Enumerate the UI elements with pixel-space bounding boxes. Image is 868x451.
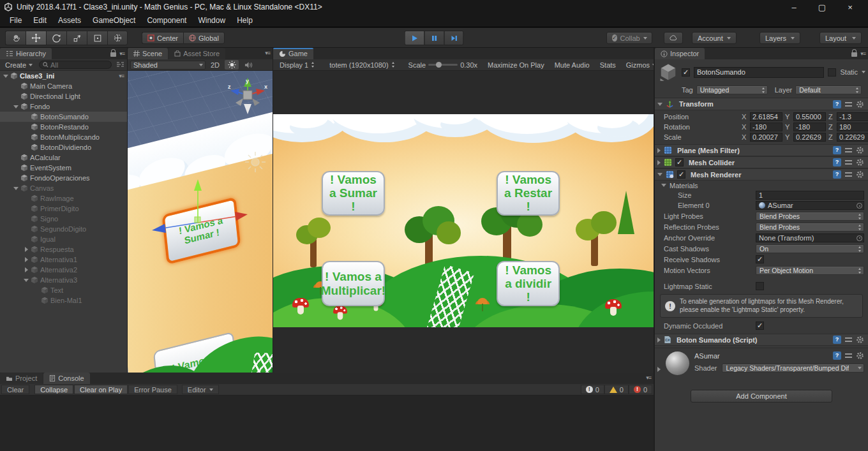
- gear-icon[interactable]: [856, 146, 864, 154]
- console-log-area[interactable]: [0, 396, 654, 451]
- hierarchy-item-primerdigito[interactable]: PrimerDigito: [0, 203, 127, 214]
- console-clear-on-play-button[interactable]: Clear on Play: [74, 385, 128, 394]
- hand-tool-button[interactable]: [5, 31, 26, 45]
- script-component-header[interactable]: C# Boton Sumando (Script) ?: [655, 334, 868, 346]
- resolution-dropdown[interactable]: totem (1920x1080): [326, 61, 399, 69]
- gameobject-name-field[interactable]: BotonSumando: [694, 67, 824, 78]
- lightmap-static-checkbox[interactable]: [756, 282, 764, 290]
- hierarchy-item-botonmultiplicando[interactable]: BotonMultiplicando: [0, 132, 127, 142]
- menu-assets[interactable]: Assets: [52, 16, 87, 25]
- foldout-icon[interactable]: [1, 75, 10, 78]
- help-icon[interactable]: ?: [833, 100, 841, 108]
- reflection-probes-dropdown[interactable]: Blend Probes: [756, 223, 864, 232]
- scene-audio-toggle[interactable]: [241, 60, 255, 70]
- display-dropdown[interactable]: Display 1: [276, 61, 319, 69]
- preset-icon[interactable]: [844, 146, 853, 154]
- editor-dropdown[interactable]: Editor: [182, 385, 219, 394]
- component-enabled-checkbox[interactable]: ✓: [677, 170, 685, 179]
- tab-scene[interactable]: Scene: [128, 48, 168, 59]
- hierarchy-item-alternativa1[interactable]: Alternativa1: [0, 255, 127, 265]
- tag-dropdown[interactable]: Untagged: [696, 85, 768, 94]
- transform-scale-z-field[interactable]: 0.22629: [837, 133, 868, 142]
- scene-orientation-gizmo[interactable]: y x z: [227, 76, 269, 117]
- element0-object-field[interactable]: ASumar: [756, 201, 864, 210]
- create-button[interactable]: Create: [3, 61, 35, 69]
- object-picker-icon[interactable]: [857, 203, 862, 209]
- error-count-button[interactable]: ! 0: [629, 385, 652, 394]
- gear-icon[interactable]: [856, 336, 864, 344]
- transform-component-header[interactable]: Transform ?: [655, 98, 868, 110]
- transform-scale-y-field[interactable]: 0.22629: [793, 133, 826, 142]
- hierarchy-item-main-camera[interactable]: Main Camera: [0, 81, 127, 91]
- hierarchy-item-canvas[interactable]: Canvas: [0, 183, 127, 193]
- transform-scale-x-field[interactable]: 0.20027: [750, 133, 782, 142]
- close-button[interactable]: ×: [836, 0, 864, 14]
- layer-dropdown[interactable]: Default: [795, 85, 862, 94]
- hierarchy-item-rawimage[interactable]: RawImage: [0, 193, 127, 203]
- gear-icon[interactable]: [856, 100, 864, 108]
- menu-file[interactable]: File: [4, 16, 27, 25]
- hierarchy-item-respuesta[interactable]: Respuesta: [0, 244, 127, 255]
- scene-viewport[interactable]: ! Vamos a Sumar ! ! Vamos a Multiplicar!…: [128, 71, 273, 373]
- rect-tool-button[interactable]: [87, 31, 107, 45]
- transform-rotation-y-field[interactable]: -180: [793, 122, 826, 131]
- mute-audio-toggle[interactable]: Mute Audio: [551, 61, 594, 69]
- hierarchy-item-segundodigito[interactable]: SegundoDigito: [0, 224, 127, 234]
- cloud-services-button[interactable]: [664, 32, 683, 44]
- menu-component[interactable]: Component: [141, 16, 192, 25]
- 2d-toggle-button[interactable]: 2D: [208, 61, 222, 69]
- hierarchy-item-botondividiendo[interactable]: BotonDividiendo: [0, 142, 127, 152]
- foldout-icon[interactable]: [22, 247, 31, 252]
- foldout-icon[interactable]: [11, 187, 20, 190]
- sun-gizmo-icon[interactable]: [244, 151, 266, 173]
- help-icon[interactable]: ?: [833, 170, 841, 179]
- maximize-on-play-toggle[interactable]: Maximize On Play: [484, 61, 548, 69]
- foldout-icon[interactable]: [22, 267, 31, 272]
- hierarchy-item-alternativa3[interactable]: Alternativa3: [0, 275, 127, 285]
- foldout-icon[interactable]: [22, 257, 31, 262]
- hierarchy-item-text[interactable]: Text: [0, 285, 127, 295]
- cast-shadows-dropdown[interactable]: On: [756, 244, 864, 253]
- help-icon[interactable]: ?: [833, 336, 841, 344]
- panel-menu-icon[interactable]: ▾≡: [646, 374, 651, 381]
- dynamic-occluded-checkbox[interactable]: ✓: [756, 322, 764, 330]
- anchor-override-object-field[interactable]: None (Transform): [756, 233, 864, 242]
- game-button-2[interactable]: ! Vamos a Multiplicar!: [322, 261, 384, 306]
- account-dropdown[interactable]: Account: [692, 32, 737, 44]
- draw-mode-dropdown[interactable]: Shaded: [130, 61, 206, 70]
- help-icon[interactable]: ?: [833, 351, 841, 360]
- tab-asset-store[interactable]: Asset Store: [168, 48, 225, 59]
- light-probes-dropdown[interactable]: Blend Probes: [756, 212, 864, 221]
- tab-project[interactable]: Project: [0, 373, 43, 384]
- transform-tool-button[interactable]: [107, 31, 128, 45]
- tab-game[interactable]: Game: [273, 48, 313, 59]
- foldout-icon[interactable]: [22, 279, 31, 282]
- hierarchy-item-acalcular[interactable]: ACalcular: [0, 152, 127, 163]
- console-collapse-button[interactable]: Collapse: [34, 385, 73, 394]
- transform-position-z-field[interactable]: -1.3: [837, 112, 868, 121]
- stats-toggle[interactable]: Stats: [596, 61, 620, 69]
- active-checkbox[interactable]: ✓: [682, 68, 690, 77]
- scale-tool-button[interactable]: [66, 31, 87, 45]
- scale-slider[interactable]: [428, 64, 458, 66]
- hierarchy-item-botonrestando[interactable]: BotonRestando: [0, 122, 127, 132]
- transform-rotation-x-field[interactable]: -180: [750, 122, 782, 131]
- scale-slider-knob[interactable]: [436, 62, 442, 68]
- game-button-0[interactable]: ! Vamos a Sumar !: [322, 171, 384, 216]
- materials-foldout[interactable]: Materials: [655, 181, 868, 190]
- sort-icon[interactable]: [116, 61, 124, 69]
- receive-shadows-checkbox[interactable]: ✓: [756, 255, 764, 263]
- foldout-closed-icon[interactable]: [657, 367, 661, 372]
- space-toggle-button[interactable]: Global: [183, 32, 225, 44]
- foldout-icon[interactable]: [11, 105, 20, 108]
- menu-window[interactable]: Window: [192, 16, 231, 25]
- hierarchy-item-fondo[interactable]: Fondo: [0, 101, 127, 112]
- foldout-closed-icon[interactable]: [657, 148, 661, 153]
- game-viewport[interactable]: ! Vamos a Sumar !! Vamos a Restar !! Vam…: [273, 114, 654, 327]
- scene-menu-icon[interactable]: ▾≡: [119, 73, 124, 79]
- game-button-3[interactable]: ! Vamos a dividir !: [497, 261, 559, 306]
- shader-dropdown[interactable]: Legacy Shaders/Transparent/Bumped Dif: [722, 364, 864, 373]
- static-checkbox[interactable]: [828, 68, 836, 77]
- help-icon[interactable]: ?: [833, 146, 841, 154]
- warning-count-button[interactable]: 0: [604, 385, 629, 394]
